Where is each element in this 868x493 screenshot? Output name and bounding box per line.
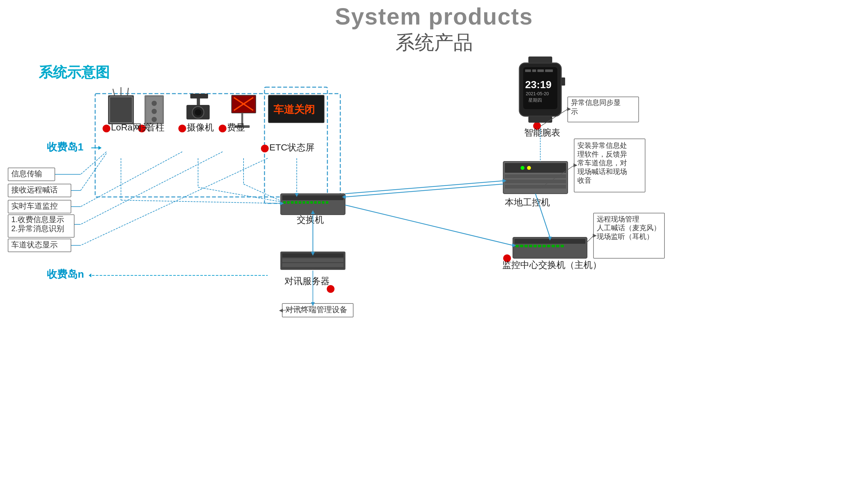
svg-text:车道关闭: 车道关闭 <box>274 104 315 115</box>
svg-text:车道状态显示: 车道状态显示 <box>11 240 58 249</box>
svg-text:现场监听（耳机）: 现场监听（耳机） <box>597 233 654 240</box>
svg-rect-90 <box>552 245 555 247</box>
svg-marker-40 <box>98 146 101 150</box>
page-header: System products 系统产品 <box>0 0 868 56</box>
svg-line-6 <box>128 88 129 95</box>
svg-line-163 <box>540 165 574 188</box>
svg-point-31 <box>503 254 511 262</box>
svg-rect-83 <box>520 245 523 247</box>
svg-text:1.收费信息显示: 1.收费信息显示 <box>11 215 64 224</box>
svg-line-155 <box>541 109 568 126</box>
svg-point-24 <box>102 125 110 132</box>
svg-rect-70 <box>295 201 297 204</box>
svg-rect-78 <box>326 201 328 204</box>
svg-rect-49 <box>538 69 544 72</box>
svg-text:23:19: 23:19 <box>525 79 552 90</box>
svg-rect-60 <box>505 179 566 184</box>
svg-rect-46 <box>523 67 557 109</box>
svg-point-62 <box>521 166 524 170</box>
svg-rect-87 <box>538 245 541 247</box>
svg-marker-113 <box>36 243 39 247</box>
svg-rect-77 <box>322 201 324 204</box>
svg-point-29 <box>533 122 541 130</box>
svg-point-63 <box>527 166 531 170</box>
svg-line-111 <box>81 158 268 245</box>
svg-marker-149 <box>311 302 315 306</box>
svg-rect-165 <box>594 213 664 258</box>
svg-rect-45 <box>561 78 565 86</box>
svg-rect-84 <box>524 245 528 247</box>
svg-line-123 <box>345 181 503 194</box>
svg-text:监控中心交换机（主机）: 监控中心交换机（主机） <box>502 260 601 270</box>
svg-text:接收远程喊话: 接收远程喊话 <box>11 185 58 194</box>
svg-rect-137 <box>8 184 71 197</box>
svg-rect-20 <box>241 113 243 126</box>
svg-rect-135 <box>8 168 55 181</box>
svg-line-105 <box>81 152 182 207</box>
svg-point-16 <box>195 109 201 115</box>
svg-rect-21 <box>235 125 250 128</box>
svg-rect-59 <box>505 174 566 178</box>
svg-text:安装异常信息处: 安装异常信息处 <box>577 142 627 149</box>
svg-line-130 <box>535 194 550 237</box>
svg-marker-122 <box>295 193 299 197</box>
svg-text:摄像机: 摄像机 <box>187 122 214 132</box>
title-chinese: 系统产品 <box>0 30 868 56</box>
svg-point-32 <box>327 285 335 293</box>
svg-rect-65 <box>281 194 345 215</box>
svg-rect-94 <box>281 252 345 270</box>
svg-line-125 <box>345 184 503 197</box>
svg-rect-68 <box>287 201 290 204</box>
title-english: System products <box>0 3 868 30</box>
svg-rect-12 <box>190 94 208 99</box>
svg-line-102 <box>81 153 107 191</box>
svg-rect-76 <box>318 201 321 204</box>
svg-text:ETC状态屏: ETC状态屏 <box>269 142 315 152</box>
svg-text:理软件，反馈异: 理软件，反馈异 <box>577 150 627 158</box>
svg-text:本地工控机: 本地工控机 <box>505 197 550 207</box>
svg-text:收音: 收音 <box>577 176 592 184</box>
svg-rect-58 <box>505 163 566 173</box>
svg-line-169 <box>581 236 594 248</box>
svg-text:LoRa网关: LoRa网关 <box>111 122 151 132</box>
svg-point-27 <box>219 125 226 132</box>
svg-text:音柱: 音柱 <box>146 122 164 132</box>
svg-rect-75 <box>314 201 317 204</box>
svg-rect-48 <box>532 69 536 72</box>
svg-point-28 <box>261 145 269 152</box>
svg-rect-50 <box>545 69 553 72</box>
svg-line-115 <box>121 200 281 203</box>
svg-rect-95 <box>282 254 344 257</box>
svg-text:信息传输: 信息传输 <box>11 169 42 178</box>
svg-rect-2 <box>108 95 134 124</box>
svg-rect-66 <box>282 195 344 200</box>
svg-rect-81 <box>515 239 586 244</box>
svg-point-26 <box>178 125 186 132</box>
svg-marker-110 <box>36 222 39 226</box>
svg-rect-157 <box>574 139 645 192</box>
svg-rect-7 <box>144 95 164 124</box>
svg-marker-128 <box>311 210 315 214</box>
svg-line-108 <box>81 152 223 224</box>
svg-rect-13 <box>197 99 200 105</box>
svg-text:示: 示 <box>571 108 578 115</box>
svg-rect-146 <box>282 303 353 317</box>
svg-rect-54 <box>528 57 552 63</box>
svg-rect-67 <box>283 201 286 204</box>
svg-marker-124 <box>503 179 506 183</box>
svg-rect-144 <box>8 239 71 252</box>
svg-point-30 <box>532 184 540 192</box>
svg-rect-72 <box>302 201 305 204</box>
svg-rect-71 <box>299 201 301 204</box>
svg-point-9 <box>152 101 157 106</box>
svg-marker-129 <box>311 252 315 256</box>
svg-rect-8 <box>146 97 162 123</box>
svg-rect-61 <box>505 185 566 189</box>
svg-rect-97 <box>282 263 344 267</box>
svg-rect-3 <box>110 97 132 123</box>
svg-text:交换机: 交换机 <box>297 215 324 225</box>
svg-rect-55 <box>528 116 552 123</box>
svg-text:人工喊话（麦克风）: 人工喊话（麦克风） <box>597 224 661 232</box>
svg-rect-44 <box>519 63 561 116</box>
svg-rect-89 <box>547 245 550 247</box>
